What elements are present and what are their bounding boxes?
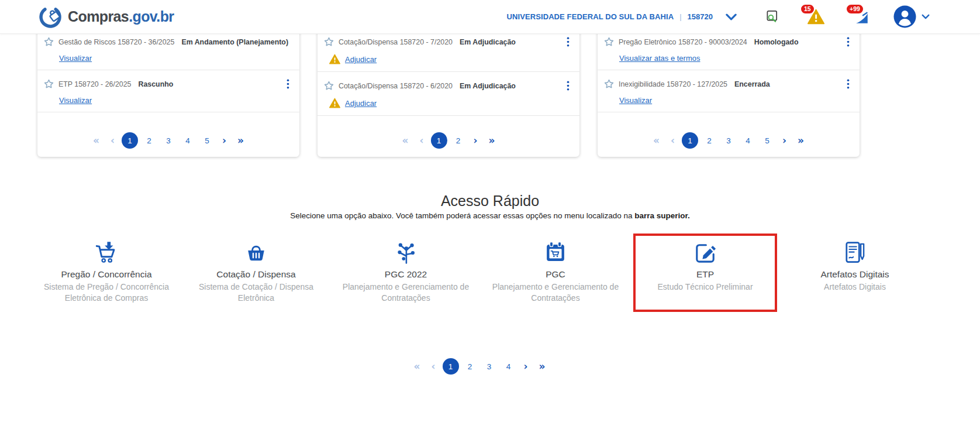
prev-page-button[interactable]: ‹ (106, 136, 119, 146)
top-bar: Compras.gov.br UNIVERSIDADE FEDERAL DO S… (0, 0, 980, 34)
kebab-menu-icon[interactable] (284, 78, 292, 90)
last-page-button[interactable]: » (485, 136, 499, 146)
chevron-down-icon (922, 14, 930, 19)
process-title: Gestão de Riscos 158720 - 36/2025 (58, 38, 174, 46)
brand-text: Compras.gov.br (68, 8, 174, 25)
kebab-menu-icon[interactable] (564, 36, 572, 47)
process-row: Inexigibilidade 158720 - 127/2025 Encerr… (598, 70, 860, 112)
process-status: Em Adjudicação (460, 38, 516, 46)
news-button[interactable]: +99 (853, 9, 869, 25)
prev-page-button[interactable]: ‹ (415, 136, 427, 146)
page-button[interactable]: 2 (450, 132, 467, 149)
chevron-down-icon (726, 13, 737, 20)
kebab-menu-icon[interactable] (844, 78, 853, 90)
quick-access-item-pgc[interactable]: PGC Planejamento e Gerenciamento de Cont… (485, 240, 626, 304)
org-ug-code: 158720 (688, 12, 713, 21)
page-button[interactable]: 1 (443, 358, 459, 375)
quick-item-label: PGC (485, 269, 626, 280)
favorite-star-icon[interactable] (603, 36, 615, 47)
page-button[interactable]: 2 (462, 358, 478, 375)
warning-count-badge: 15 (800, 4, 815, 15)
last-page-button[interactable]: » (233, 136, 248, 146)
quick-item-label: Artefatos Digitais (785, 269, 925, 280)
process-action-link[interactable]: Visualizar (619, 96, 652, 105)
quick-access-item-etp[interactable]: ETP Estudo Técnico Preliminar (635, 240, 775, 304)
page-button[interactable]: 3 (160, 132, 177, 149)
user-menu[interactable] (893, 5, 930, 28)
warning-triangle-icon (329, 54, 340, 64)
process-row: ETP 158720 - 26/2025 Rascunho Visualizar (37, 70, 299, 112)
page-button[interactable]: 4 (180, 132, 196, 149)
quick-access-subtitle: Selecione uma opção abaixo. Você também … (0, 211, 980, 220)
quick-access-item-pgc-2022[interactable]: PGC 2022 Planejamento e Gerenciamento de… (336, 240, 476, 304)
news-count-badge: +99 (846, 4, 864, 15)
process-status: Homologado (754, 38, 799, 46)
first-page-button[interactable]: « (649, 136, 664, 146)
quick-item-description: Artefatos Digitais (785, 281, 925, 293)
process-cards-row: Gestão de Riscos 158720 - 36/2025 Em And… (37, 23, 860, 157)
pending-alerts-button[interactable]: 15 (808, 9, 824, 25)
quick-item-description: Planejamento e Gerenciamento de Contrata… (336, 281, 476, 304)
process-title: Cotação/Dispensa 158720 - 7/2020 (339, 38, 453, 46)
page-button[interactable]: 1 (122, 132, 138, 149)
cart-download-icon (36, 240, 177, 268)
process-row: Gestão de Riscos 158720 - 36/2025 Em And… (37, 28, 299, 70)
page-button[interactable]: 4 (740, 132, 756, 149)
process-action-link[interactable]: Visualizar (59, 54, 92, 63)
page-button[interactable]: 2 (701, 132, 717, 149)
first-page-button[interactable]: « (398, 136, 413, 146)
process-action-link[interactable]: Visualizar (59, 96, 92, 105)
next-page-button[interactable]: › (520, 362, 532, 372)
favorite-star-icon[interactable] (603, 78, 615, 90)
page-button[interactable]: 4 (501, 358, 517, 375)
prev-page-button[interactable]: ‹ (427, 362, 439, 372)
process-title: Pregão Eletrônico 158720 - 90003/2024 (619, 38, 747, 46)
quick-access-item-cotacao-dispensa[interactable]: Cotação / Dispensa Sistema de Cotação / … (186, 240, 326, 304)
page-button[interactable]: 3 (720, 132, 737, 149)
next-page-button[interactable]: › (470, 136, 482, 146)
quick-item-label: Pregão / Concorrência (36, 269, 177, 280)
process-action-link[interactable]: Adjudicar (345, 55, 377, 64)
process-row: Pregão Eletrônico 158720 - 90003/2024 Ho… (598, 28, 860, 70)
org-selector[interactable]: UNIVERSIDADE FEDERAL DO SUL DA BAHIA | 1… (506, 12, 737, 21)
process-row: Cotação/Dispensa 158720 - 6/2020 Em Adju… (318, 72, 579, 116)
vlibras-icon (765, 10, 779, 23)
next-page-button[interactable]: › (778, 136, 791, 146)
favorite-star-icon[interactable] (43, 36, 54, 47)
favorite-star-icon[interactable] (43, 78, 54, 90)
compras-logo-icon (39, 5, 63, 29)
page-button[interactable]: 2 (141, 132, 157, 149)
avatar (893, 5, 916, 28)
process-title: ETP 158720 - 26/2025 (58, 80, 131, 88)
process-action-link[interactable]: Visualizar atas e termos (619, 54, 701, 63)
quick-access-row: Pregão / Concorrência Sistema de Pregão … (32, 240, 930, 304)
compras-gov-logo[interactable]: Compras.gov.br (39, 5, 174, 29)
last-page-button[interactable]: » (535, 362, 550, 372)
page-button[interactable]: 1 (431, 132, 447, 149)
process-action-link[interactable]: Adjudicar (345, 99, 377, 108)
page-button[interactable]: 3 (481, 358, 498, 375)
quick-access-pagination: « ‹ 1 2 3 4 › » (410, 358, 550, 375)
kebab-menu-icon[interactable] (564, 80, 572, 91)
last-page-button[interactable]: » (793, 136, 808, 146)
edit-icon (635, 240, 775, 268)
vlibras-accessibility-button[interactable] (765, 10, 779, 23)
favorite-star-icon[interactable] (323, 36, 334, 47)
process-row: Cotação/Dispensa 158720 - 7/2020 Em Adju… (318, 28, 579, 72)
card-pagination: « ‹ 1 2 3 4 5 › » (37, 132, 299, 157)
first-page-button[interactable]: « (410, 362, 425, 372)
card-pagination: « ‹ 1 2 3 4 5 › » (598, 132, 860, 157)
next-page-button[interactable]: › (218, 136, 230, 146)
card-cotacao-dispensa: Cotação/Dispensa 158720 - 7/2020 Em Adju… (318, 23, 579, 157)
page-button[interactable]: 5 (199, 132, 215, 149)
quick-access-item-artefatos-digitais[interactable]: Artefatos Digitais Artefatos Digitais (785, 240, 925, 304)
process-status: Em Andamento (Planejamento) (181, 38, 288, 46)
first-page-button[interactable]: « (89, 136, 103, 146)
page-button[interactable]: 1 (682, 132, 698, 149)
page-button[interactable]: 5 (759, 132, 775, 149)
prev-page-button[interactable]: ‹ (667, 136, 679, 146)
kebab-menu-icon[interactable] (844, 36, 853, 47)
quick-access-item-pregao-concorrencia[interactable]: Pregão / Concorrência Sistema de Pregão … (36, 240, 177, 304)
quick-item-label: Cotação / Dispensa (186, 269, 326, 280)
favorite-star-icon[interactable] (323, 80, 334, 91)
